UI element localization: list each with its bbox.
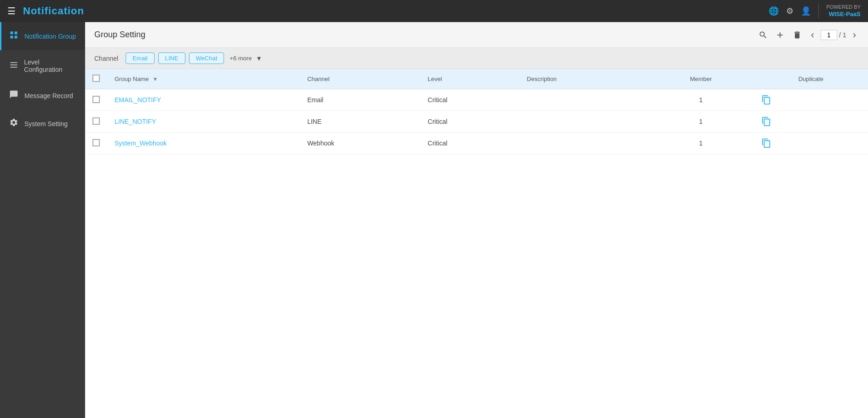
channel-more[interactable]: +6 more bbox=[230, 55, 252, 62]
pagination: / 1 bbox=[821, 30, 846, 40]
row1-level: Critical bbox=[420, 89, 519, 111]
search-button[interactable] bbox=[756, 29, 770, 41]
page-separator: / bbox=[839, 31, 841, 39]
group-table: Group Name ▼ Channel Level Description M… bbox=[85, 69, 868, 154]
row3-channel: Webhook bbox=[300, 133, 420, 154]
topbar-divider bbox=[818, 4, 819, 18]
table-row: LINE_NOTIFY LINE Critical 1 bbox=[85, 111, 868, 133]
globe-icon[interactable]: 🌐 bbox=[769, 6, 779, 16]
app-title: Notification bbox=[23, 5, 769, 17]
row3-member: 1 bbox=[648, 133, 754, 154]
row3-group-name-link[interactable]: System_Webhook bbox=[115, 139, 167, 147]
table-container: Group Name ▼ Channel Level Description M… bbox=[85, 69, 868, 418]
add-button[interactable]: + bbox=[774, 27, 786, 43]
row2-group-name-link[interactable]: LINE_NOTIFY bbox=[115, 118, 156, 125]
current-page-input[interactable] bbox=[821, 30, 837, 40]
sort-group-name-icon[interactable]: ▼ bbox=[152, 76, 158, 82]
row2-duplicate-button[interactable] bbox=[761, 116, 771, 127]
row1-group-name-link[interactable]: EMAIL_NOTIFY bbox=[115, 96, 161, 104]
svg-rect-4 bbox=[10, 62, 17, 63]
sidebar-item-label: Message Record bbox=[24, 92, 73, 99]
content-area: Group Setting + ‹ / 1 › Channel bbox=[85, 22, 868, 418]
message-record-icon bbox=[9, 90, 19, 101]
level-config-icon bbox=[9, 60, 18, 72]
row2-group-name: LINE_NOTIFY bbox=[107, 111, 300, 133]
powered-by: POWERED BY WISE-PaaS bbox=[826, 4, 861, 18]
row2-channel: LINE bbox=[300, 111, 420, 133]
row1-member: 1 bbox=[648, 89, 754, 111]
header-description: Description bbox=[519, 69, 648, 89]
row2-description bbox=[519, 111, 648, 133]
channel-chip-line[interactable]: LINE bbox=[158, 52, 185, 64]
svg-rect-1 bbox=[15, 32, 17, 35]
row3-checkbox-cell bbox=[85, 133, 107, 154]
channel-chip-wechat[interactable]: WeChat bbox=[189, 52, 224, 64]
account-icon[interactable]: 👤 bbox=[801, 6, 811, 16]
select-all-checkbox[interactable] bbox=[92, 75, 100, 82]
delete-button[interactable] bbox=[790, 29, 805, 41]
svg-rect-6 bbox=[10, 67, 17, 68]
sidebar-item-system-setting[interactable]: System Setting bbox=[0, 110, 85, 138]
row1-channel: Email bbox=[300, 89, 420, 111]
row1-description bbox=[519, 89, 648, 111]
header-channel: Channel bbox=[300, 69, 420, 89]
next-page-button[interactable]: › bbox=[850, 27, 859, 43]
table-row: EMAIL_NOTIFY Email Critical 1 bbox=[85, 89, 868, 111]
sidebar-item-label: Level Configuration bbox=[24, 58, 78, 73]
row1-group-name: EMAIL_NOTIFY bbox=[107, 89, 300, 111]
sidebar: Notification Group Level Configuration M… bbox=[0, 22, 85, 418]
row2-checkbox-cell bbox=[85, 111, 107, 133]
menu-icon[interactable]: ☰ bbox=[7, 6, 16, 17]
header-duplicate: Duplicate bbox=[754, 69, 868, 89]
row2-duplicate-cell bbox=[754, 111, 868, 133]
gear-icon[interactable]: ⚙ bbox=[786, 6, 793, 16]
row2-member: 1 bbox=[648, 111, 754, 133]
table-row: System_Webhook Webhook Critical 1 bbox=[85, 133, 868, 154]
prev-page-button[interactable]: ‹ bbox=[808, 27, 817, 43]
row1-duplicate-cell bbox=[754, 89, 868, 111]
page-title: Group Setting bbox=[94, 30, 756, 40]
row2-checkbox[interactable] bbox=[92, 117, 100, 125]
row3-duplicate-cell bbox=[754, 133, 868, 154]
row3-description bbox=[519, 133, 648, 154]
sidebar-item-label: System Setting bbox=[24, 120, 68, 128]
channel-filter-label: Channel bbox=[94, 55, 118, 62]
sidebar-item-level-configuration[interactable]: Level Configuration bbox=[0, 50, 85, 81]
row1-duplicate-button[interactable] bbox=[761, 95, 771, 105]
row3-checkbox[interactable] bbox=[92, 139, 100, 146]
header-actions: + ‹ / 1 › bbox=[756, 27, 859, 43]
row1-checkbox-cell bbox=[85, 89, 107, 111]
topbar-right: 🌐 ⚙ 👤 POWERED BY WISE-PaaS bbox=[769, 4, 861, 18]
table-header-row: Group Name ▼ Channel Level Description M… bbox=[85, 69, 868, 89]
topbar: ☰ Notification 🌐 ⚙ 👤 POWERED BY WISE-Paa… bbox=[0, 0, 868, 22]
main-layout: Notification Group Level Configuration M… bbox=[0, 22, 868, 418]
header-level: Level bbox=[420, 69, 519, 89]
sidebar-item-message-record[interactable]: Message Record bbox=[0, 81, 85, 110]
header-member: Member bbox=[648, 69, 754, 89]
channel-dropdown-button[interactable]: ▾ bbox=[255, 54, 263, 63]
system-setting-icon bbox=[9, 118, 19, 129]
svg-rect-0 bbox=[11, 32, 13, 35]
sidebar-item-notification-group[interactable]: Notification Group bbox=[0, 22, 85, 50]
row3-level: Critical bbox=[420, 133, 519, 154]
row3-duplicate-button[interactable] bbox=[761, 138, 771, 148]
row2-level: Critical bbox=[420, 111, 519, 133]
row3-group-name: System_Webhook bbox=[107, 133, 300, 154]
header-group-name: Group Name ▼ bbox=[107, 69, 300, 89]
total-pages: 1 bbox=[843, 31, 846, 39]
notification-group-icon bbox=[9, 30, 19, 42]
content-header: Group Setting + ‹ / 1 › bbox=[85, 22, 868, 48]
svg-rect-3 bbox=[15, 36, 17, 39]
sidebar-item-label: Notification Group bbox=[24, 33, 76, 40]
header-checkbox-cell bbox=[85, 69, 107, 89]
svg-rect-2 bbox=[11, 36, 13, 39]
row1-checkbox[interactable] bbox=[92, 96, 100, 103]
channel-bar: Channel Email LINE WeChat +6 more ▾ bbox=[85, 48, 868, 69]
svg-rect-5 bbox=[10, 64, 17, 65]
channel-chip-email[interactable]: Email bbox=[126, 52, 155, 64]
